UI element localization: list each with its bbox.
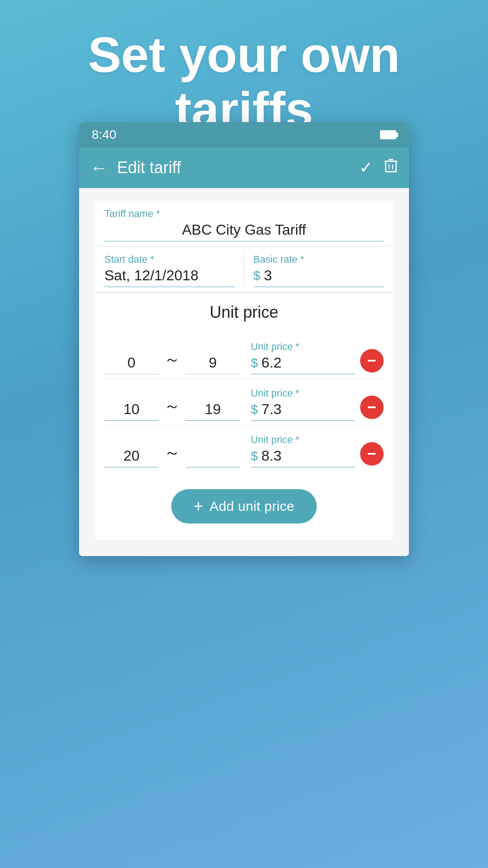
from-value-2[interactable]: 20 (104, 448, 159, 467)
add-unit-price-button[interactable]: + Add unit price (171, 489, 317, 524)
unit-row: 10 ～ 19 Unit price * $ 7.3 − (104, 379, 384, 426)
tariff-name-field: Tariff name * ABC City Gas Tariff (95, 201, 393, 246)
add-unit-price-wrap: + Add unit price (95, 476, 393, 540)
minus-icon-2: − (367, 446, 376, 461)
tariff-name-input[interactable]: ABC City Gas Tariff (104, 222, 384, 241)
remove-button-2[interactable]: − (360, 442, 384, 466)
status-bar: 8:40 (79, 122, 409, 147)
status-time: 8:40 (92, 127, 117, 142)
remove-button-1[interactable]: − (360, 396, 384, 419)
svg-rect-0 (385, 161, 396, 172)
phone-mockup: 8:40 ← Edit tariff ✓ Tariff name * ABC C… (79, 122, 409, 556)
unit-price-field-0: Unit price * $ 6.2 (245, 341, 355, 374)
unit-price-rows: 0 ～ 9 Unit price * $ 6.2 − (95, 328, 393, 476)
minus-icon-1: − (367, 399, 376, 415)
range-to-2 (186, 464, 240, 467)
dollar-0: $ (251, 356, 258, 370)
tariff-name-label: Tariff name * (104, 208, 384, 220)
back-button[interactable]: ← (90, 159, 108, 177)
unit-price-label-2: Unit price * (251, 434, 355, 446)
basic-rate-input-wrap: $ 3 (253, 267, 384, 287)
range-to-0: 9 (186, 354, 240, 374)
unit-row: 20 ～ Unit price * $ 8.3 − (104, 426, 384, 472)
range-from-0: 0 (104, 354, 159, 374)
date-rate-row: Start date * Sat, 12/1/2018 Basic rate *… (95, 246, 393, 292)
from-value-0[interactable]: 0 (104, 354, 159, 374)
range-to-1: 19 (186, 401, 240, 421)
check-button[interactable]: ✓ (359, 158, 373, 177)
range-from-2: 20 (104, 448, 159, 467)
unit-price-field-2: Unit price * $ 8.3 (245, 434, 355, 467)
delete-button[interactable] (384, 158, 398, 178)
range-from-1: 10 (104, 401, 159, 421)
unit-price-title: Unit price (210, 303, 278, 321)
unit-price-field-1: Unit price * $ 7.3 (245, 387, 355, 421)
start-date-field: Start date * Sat, 12/1/2018 (104, 254, 244, 287)
basic-rate-label: Basic rate * (253, 254, 384, 265)
basic-rate-value[interactable]: 3 (264, 267, 272, 284)
unit-price-label-1: Unit price * (251, 387, 355, 399)
basic-rate-field: Basic rate * $ 3 (244, 254, 384, 287)
tilde-1: ～ (164, 395, 180, 421)
remove-button-0[interactable]: − (360, 349, 384, 373)
unit-price-val-2[interactable]: 8.3 (262, 448, 282, 464)
hero-title: Set your own tariffs (36, 27, 452, 137)
unit-price-input-0: $ 6.2 (251, 354, 355, 374)
start-date-label: Start date * (104, 254, 235, 265)
unit-price-input-1: $ 7.3 (251, 401, 355, 421)
unit-price-section: Unit price (95, 292, 393, 328)
dollar-2: $ (251, 449, 258, 463)
dollar-1: $ (251, 402, 258, 417)
unit-price-val-1[interactable]: 7.3 (262, 401, 282, 418)
toolbar: ← Edit tariff ✓ (79, 147, 409, 188)
toolbar-title: Edit tariff (117, 158, 359, 177)
tilde-2: ～ (164, 442, 180, 467)
to-value-1[interactable]: 19 (186, 401, 240, 421)
unit-price-input-2: $ 8.3 (251, 448, 355, 467)
unit-price-val-0[interactable]: 6.2 (262, 354, 282, 371)
tilde-0: ～ (164, 349, 180, 374)
unit-price-label-0: Unit price * (251, 341, 355, 353)
minus-icon-0: − (367, 353, 376, 368)
add-unit-price-label: Add unit price (210, 499, 295, 514)
to-value-0[interactable]: 9 (186, 354, 240, 374)
plus-icon: + (194, 498, 203, 514)
to-value-2[interactable] (186, 464, 240, 467)
from-value-1[interactable]: 10 (104, 401, 159, 421)
start-date-input[interactable]: Sat, 12/1/2018 (104, 267, 235, 287)
form-content: Tariff name * ABC City Gas Tariff Start … (79, 188, 409, 556)
dollar-sign-icon: $ (253, 269, 261, 283)
battery-icon (380, 130, 396, 139)
unit-row: 0 ～ 9 Unit price * $ 6.2 − (104, 333, 384, 379)
